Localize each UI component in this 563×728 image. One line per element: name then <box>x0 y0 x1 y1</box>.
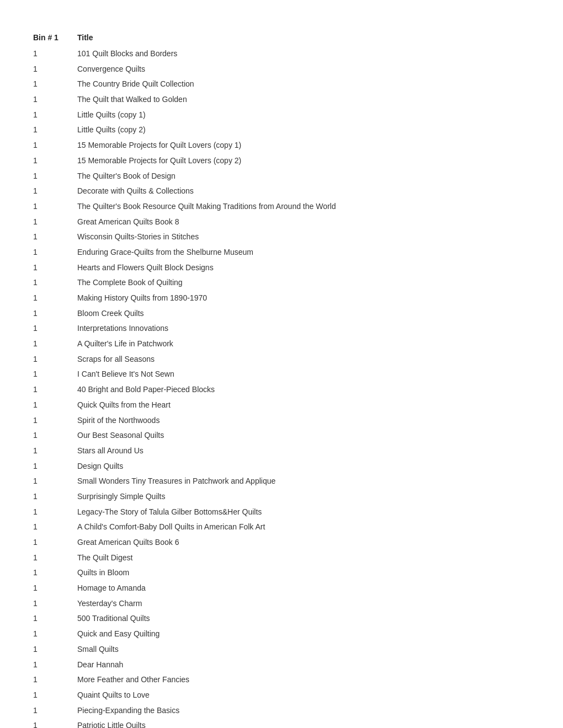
bin-number: 1 <box>33 124 77 136</box>
table-row: 1Quick Quilts from the Heart <box>33 398 530 413</box>
bin-number: 1 <box>33 109 77 121</box>
bin-number: 1 <box>33 445 77 457</box>
book-title: The Complete Book of Quilting <box>77 277 530 289</box>
table-row: 1Quilts in Bloom <box>33 565 530 581</box>
table-row: 1The Quilt Digest <box>33 550 530 566</box>
book-title: Decorate with Quilts & Collections <box>77 185 530 197</box>
table-row: 1The Quilter's Book Resource Quilt Makin… <box>33 199 530 215</box>
table-row: 1Making History Quilts from 1890-1970 <box>33 291 530 306</box>
book-title: Small Quilts <box>77 644 530 656</box>
bin-number: 1 <box>33 582 77 595</box>
book-title: Bloom Creek Quilts <box>77 308 530 320</box>
book-title: Spirit of the Northwoods <box>77 415 530 427</box>
book-title: Our Best Seasonal Quilts <box>77 430 530 442</box>
book-title: The Quilter's Book Resource Quilt Making… <box>77 201 530 213</box>
bin-number: 1 <box>33 552 77 564</box>
table-header: Bin # 1 Title <box>33 33 530 43</box>
table-row: 1The Quilt that Walked to Golden <box>33 92 530 108</box>
bin-number: 1 <box>33 491 77 503</box>
table-row: 1Great American Quilts Book 6 <box>33 535 530 550</box>
bin-number: 1 <box>33 613 77 625</box>
table-row: 1The Quilter's Book of Design <box>33 169 530 184</box>
bin-number: 1 <box>33 644 77 656</box>
table-row: 1Convergence Quilts <box>33 62 530 77</box>
table-row: 1Little Quilts (copy 2) <box>33 122 530 138</box>
book-title: Design Quilts <box>77 461 530 473</box>
bin-number: 1 <box>33 521 77 533</box>
book-title: Small Wonders Tiny Treasures in Patchwor… <box>77 475 530 488</box>
bin-number: 1 <box>33 185 77 197</box>
table-row: 1Patriotic Little Quilts <box>33 718 530 728</box>
table-row: 115 Memorable Projects for Quilt Lovers … <box>33 153 530 169</box>
table-row: 1500 Traditional Quilts <box>33 611 530 627</box>
bin-number: 1 <box>33 140 77 152</box>
book-title: Interpretations Innovations <box>77 323 530 335</box>
table-row: 1101 Quilt Blocks and Borders <box>33 46 530 62</box>
bin-number: 1 <box>33 247 77 259</box>
table-row: 1Interpretations Innovations <box>33 321 530 336</box>
book-title: Enduring Grace-Quilts from the Shelburne… <box>77 247 530 259</box>
bin-number: 1 <box>33 415 77 427</box>
book-title: Stars all Around Us <box>77 445 530 457</box>
bin-header: Bin # 1 <box>33 33 77 42</box>
bin-number: 1 <box>33 461 77 473</box>
bin-number: 1 <box>33 201 77 213</box>
table-row: 140 Bright and Bold Paper-Pieced Blocks <box>33 382 530 398</box>
table-row: 1Small Wonders Tiny Treasures in Patchwo… <box>33 474 530 489</box>
table-row: 1Quick and Easy Quilting <box>33 627 530 642</box>
book-title: Surprisingly Simple Quilts <box>77 491 530 503</box>
book-title: I Can't Believe It's Not Sewn <box>77 368 530 381</box>
table-row: 1Our Best Seasonal Quilts <box>33 428 530 443</box>
table-row: 1Enduring Grace-Quilts from the Shelburn… <box>33 245 530 260</box>
table-row: 1A Child's Comfort-Baby Doll Quilts in A… <box>33 520 530 535</box>
bin-number: 1 <box>33 354 77 366</box>
book-title: 15 Memorable Projects for Quilt Lovers (… <box>77 140 530 152</box>
book-title: Piecing-Expanding the Basics <box>77 705 530 717</box>
table-row: 1The Complete Book of Quilting <box>33 275 530 291</box>
table-row: 1Bloom Creek Quilts <box>33 306 530 322</box>
table-row: 1Piecing-Expanding the Basics <box>33 703 530 719</box>
bin-number: 1 <box>33 94 77 106</box>
table-row: 1A Quilter's Life in Patchwork <box>33 336 530 352</box>
book-title: Scraps for all Seasons <box>77 354 530 366</box>
bin-number: 1 <box>33 338 77 350</box>
table-row: 1Decorate with Quilts & Collections <box>33 184 530 199</box>
bin-number: 1 <box>33 399 77 411</box>
table-row: 1Scraps for all Seasons <box>33 352 530 367</box>
bin-number: 1 <box>33 537 77 549</box>
bin-number: 1 <box>33 292 77 304</box>
bin-number: 1 <box>33 705 77 717</box>
bin-number: 1 <box>33 308 77 320</box>
table-row: 1Dear Hannah <box>33 657 530 673</box>
bin-number: 1 <box>33 720 77 728</box>
book-title: Little Quilts (copy 2) <box>77 124 530 136</box>
book-title: Hearts and Flowers Quilt Block Designs <box>77 262 530 274</box>
book-title: Great American Quilts Book 6 <box>77 537 530 549</box>
bin-number: 1 <box>33 78 77 90</box>
table-row: 1Legacy-The Story of Talula Gilber Botto… <box>33 505 530 520</box>
table-row: 1Small Quilts <box>33 642 530 657</box>
table-row: 1Homage to Amanda <box>33 581 530 596</box>
book-title: 40 Bright and Bold Paper-Pieced Blocks <box>77 384 530 396</box>
book-title: Convergence Quilts <box>77 63 530 76</box>
bin-number: 1 <box>33 262 77 274</box>
book-title: Patriotic Little Quilts <box>77 720 530 728</box>
table-row: 1Yesterday's Charm <box>33 596 530 612</box>
table-row: 1Quaint Quilts to Love <box>33 688 530 703</box>
bin-number: 1 <box>33 598 77 610</box>
book-title: Homage to Amanda <box>77 582 530 595</box>
book-title: A Child's Comfort-Baby Doll Quilts in Am… <box>77 521 530 533</box>
book-title: Quick and Easy Quilting <box>77 628 530 640</box>
table-body: 1101 Quilt Blocks and Borders1Convergenc… <box>33 46 530 728</box>
book-title: Yesterday's Charm <box>77 598 530 610</box>
bin-number: 1 <box>33 567 77 579</box>
bin-number: 1 <box>33 277 77 289</box>
table-row: 1More Feather and Other Fancies <box>33 672 530 688</box>
book-title: Quaint Quilts to Love <box>77 689 530 702</box>
book-title: The Quilt that Walked to Golden <box>77 94 530 106</box>
book-title: 101 Quilt Blocks and Borders <box>77 48 530 60</box>
table-row: 1I Can't Believe It's Not Sewn <box>33 367 530 382</box>
table-row: 1Spirit of the Northwoods <box>33 413 530 429</box>
table-row: 115 Memorable Projects for Quilt Lovers … <box>33 138 530 153</box>
bin-number: 1 <box>33 48 77 60</box>
